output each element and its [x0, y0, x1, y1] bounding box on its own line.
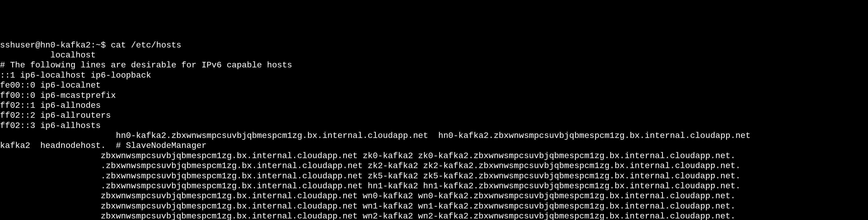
output-line: ff00::0 ip6-mcastprefix — [0, 91, 868, 101]
output-line: ::1 ip6-localhost ip6-loopback — [0, 70, 868, 81]
output-line: hn0-kafka2.zbxwnwsmpcsuvbjqbmespcm1zg.bx… — [0, 131, 868, 141]
output-line: fe00::0 ip6-localnet — [0, 81, 868, 91]
output-line: ff02::2 ip6-allrouters — [0, 111, 868, 121]
output-line: zbxwnwsmpcsuvbjqbmespcm1zg.bx.internal.c… — [0, 191, 868, 201]
command-text: cat /etc/hosts — [111, 40, 181, 50]
output-line: ff02::3 ip6-allhosts — [0, 121, 868, 131]
output-line: kafka2 headnodehost. # SlaveNodeManager — [0, 141, 868, 151]
output-line: .zbxwnwsmpcsuvbjqbmespcm1zg.bx.internal.… — [0, 181, 868, 191]
output-line: zbxwnwsmpcsuvbjqbmespcm1zg.bx.internal.c… — [0, 151, 868, 161]
shell-prompt: sshuser@hn0-kafka2:~$ — [0, 40, 111, 50]
terminal-output[interactable]: sshuser@hn0-kafka2:~$ cat /etc/hosts loc… — [0, 40, 868, 220]
output-line: # The following lines are desirable for … — [0, 60, 868, 70]
output-line: .zbxwnwsmpcsuvbjqbmespcm1zg.bx.internal.… — [0, 171, 868, 181]
output-line: localhost — [0, 50, 868, 60]
output-line: zbxwnwsmpcsuvbjqbmespcm1zg.bx.internal.c… — [0, 201, 868, 211]
output-line: zbxwnwsmpcsuvbjqbmespcm1zg.bx.internal.c… — [0, 211, 868, 220]
output-line: .zbxwnwsmpcsuvbjqbmespcm1zg.bx.internal.… — [0, 161, 868, 171]
output-line: ff02::1 ip6-allnodes — [0, 101, 868, 111]
